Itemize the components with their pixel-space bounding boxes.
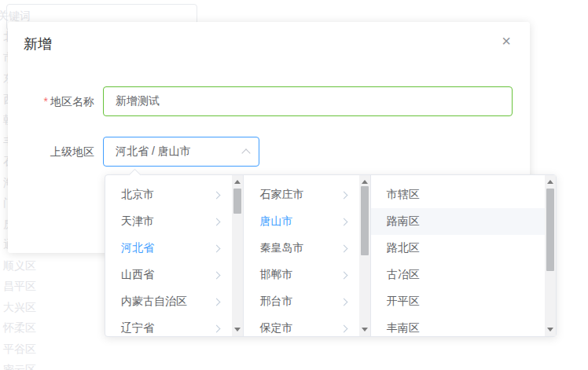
cascader-dropdown: 北京市天津市河北省山西省内蒙古自治区辽宁省 石家庄市唐山市秦皇岛市邯郸市邢台市保… bbox=[105, 174, 557, 337]
region-name-label: *地区名称 bbox=[8, 93, 94, 109]
scroll-up-icon[interactable] bbox=[547, 180, 553, 184]
cascader-option[interactable]: 丰南区 bbox=[371, 315, 545, 336]
cascader-option[interactable]: 路南区 bbox=[371, 208, 545, 235]
cascader-option[interactable]: 市辖区 bbox=[371, 181, 545, 208]
chevron-right-icon bbox=[213, 324, 221, 332]
scrollbar-thumb[interactable] bbox=[361, 186, 369, 255]
scroll-up-icon[interactable] bbox=[234, 180, 241, 184]
cascader-option-label: 丰南区 bbox=[387, 321, 420, 335]
cascader-panel-cities: 石家庄市唐山市秦皇岛市邯郸市邢台市保定市 bbox=[244, 175, 370, 336]
cascader-option-label: 开平区 bbox=[387, 295, 420, 309]
background-list-item: 顺义区 bbox=[3, 258, 36, 273]
cascader-option[interactable]: 开平区 bbox=[371, 288, 545, 315]
cascader-option[interactable]: 邯郸市 bbox=[244, 262, 358, 288]
cascader-option-label: 北京市 bbox=[121, 188, 154, 202]
cascader-option-label: 唐山市 bbox=[259, 214, 292, 229]
cascader-option[interactable]: 石家庄市 bbox=[244, 181, 358, 208]
close-icon: × bbox=[502, 32, 511, 49]
dialog-title: 新增 bbox=[24, 35, 52, 53]
background-list-item: 平谷区 bbox=[3, 341, 36, 357]
cascader-panel-districts: 市辖区路南区路北区古冶区开平区丰南区 bbox=[371, 175, 556, 336]
region-name-label-text: 地区名称 bbox=[50, 95, 94, 108]
chevron-right-icon bbox=[340, 218, 347, 225]
background-list-item: 密云区 bbox=[3, 361, 36, 370]
chevron-right-icon bbox=[213, 218, 221, 225]
scrollbar-thumb[interactable] bbox=[233, 189, 241, 214]
parent-region-label-text: 上级地区 bbox=[50, 145, 94, 158]
cascader-option[interactable]: 山西省 bbox=[105, 262, 232, 288]
chevron-right-icon bbox=[213, 298, 221, 306]
cascader-option-label: 秦皇岛市 bbox=[259, 241, 303, 255]
chevron-right-icon bbox=[340, 324, 347, 332]
cascader-option-label: 保定市 bbox=[259, 321, 292, 335]
background-list-item: 怀柔区 bbox=[3, 320, 36, 335]
scroll-up-icon[interactable] bbox=[362, 180, 368, 184]
scrollbar[interactable] bbox=[359, 175, 370, 336]
cascader-option[interactable]: 保定市 bbox=[244, 315, 358, 336]
cascader-option[interactable]: 路北区 bbox=[371, 235, 545, 262]
chevron-right-icon bbox=[340, 298, 347, 306]
cascader-option-label: 古冶区 bbox=[387, 268, 420, 282]
region-name-input[interactable] bbox=[103, 86, 513, 116]
background-list-item: 大兴区 bbox=[3, 299, 36, 315]
dialog-close-button[interactable]: × bbox=[497, 31, 516, 50]
chevron-right-icon bbox=[340, 191, 347, 199]
chevron-right-icon bbox=[213, 271, 221, 279]
cascader-option-label: 辽宁省 bbox=[121, 321, 154, 335]
cascader-option-label: 河北省 bbox=[121, 241, 154, 255]
cascader-option-label: 天津市 bbox=[121, 214, 154, 229]
cascader-option[interactable]: 辽宁省 bbox=[105, 315, 232, 336]
cascader-option-label: 山西省 bbox=[121, 268, 154, 282]
cascader-option[interactable]: 天津市 bbox=[105, 208, 232, 235]
chevron-right-icon bbox=[213, 244, 221, 252]
region-management-page: 关键词 北京市市辖区东城区西城区朝阳区丰台区石景山区海淀区门头沟区房山区通州区顺… bbox=[0, 0, 588, 370]
cascader-option-label: 石家庄市 bbox=[259, 188, 303, 202]
cascader-option[interactable]: 河北省 bbox=[105, 235, 232, 262]
parent-region-cascader-input[interactable] bbox=[103, 137, 259, 167]
scrollbar-thumb[interactable] bbox=[546, 189, 554, 271]
chevron-right-icon bbox=[340, 244, 347, 252]
cascader-option-label: 邢台市 bbox=[259, 295, 292, 309]
cascader-option[interactable]: 内蒙古自治区 bbox=[105, 288, 232, 315]
required-asterisk: * bbox=[44, 95, 48, 108]
parent-region-label: 上级地区 bbox=[8, 144, 94, 159]
chevron-right-icon bbox=[213, 191, 221, 199]
cascader-option-label: 路北区 bbox=[387, 241, 420, 255]
scrollbar[interactable] bbox=[545, 175, 556, 336]
cascader-option[interactable]: 北京市 bbox=[105, 181, 232, 208]
background-list-item: 昌平区 bbox=[3, 278, 36, 294]
scroll-down-icon[interactable] bbox=[362, 328, 368, 332]
cascader-option-label: 邯郸市 bbox=[259, 268, 292, 282]
cascader-option-label: 路南区 bbox=[387, 214, 420, 229]
scroll-down-icon[interactable] bbox=[234, 328, 241, 332]
cascader-option[interactable]: 唐山市 bbox=[244, 208, 358, 235]
scrollbar[interactable] bbox=[232, 175, 243, 336]
cascader-option-label: 市辖区 bbox=[387, 188, 420, 202]
cascader-option[interactable]: 古冶区 bbox=[371, 262, 545, 288]
chevron-right-icon bbox=[340, 271, 347, 279]
cascader-option[interactable]: 秦皇岛市 bbox=[244, 235, 358, 262]
cascader-panel-provinces: 北京市天津市河北省山西省内蒙古自治区辽宁省 bbox=[105, 175, 244, 336]
cascader-option-label: 内蒙古自治区 bbox=[121, 295, 187, 309]
scroll-down-icon[interactable] bbox=[547, 328, 553, 332]
cascader-option[interactable]: 邢台市 bbox=[244, 288, 358, 315]
